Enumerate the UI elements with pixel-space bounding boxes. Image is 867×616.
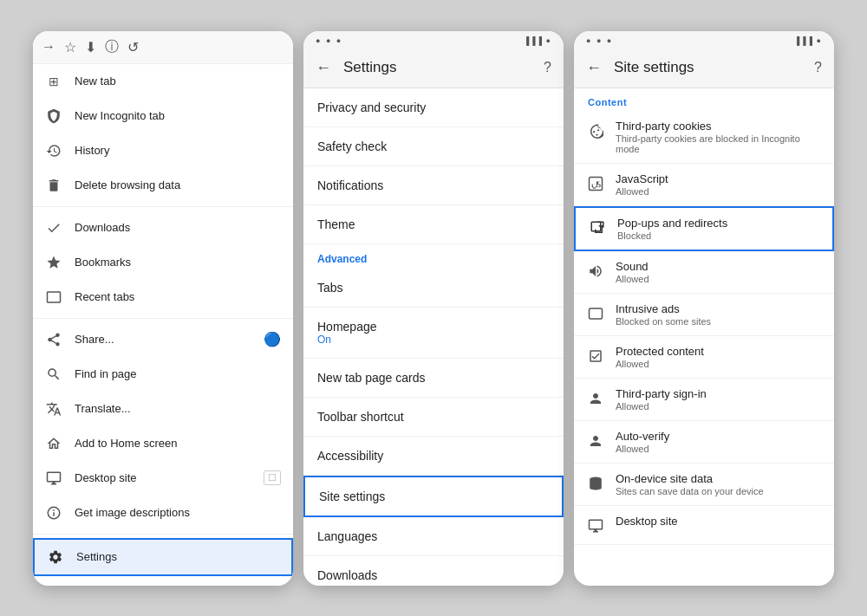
menu-item-history[interactable]: History	[33, 133, 293, 168]
menu-item-bookmarks[interactable]: Bookmarks	[33, 245, 293, 280]
settings-label: Settings	[76, 550, 279, 563]
menu-forward-icon[interactable]: →	[42, 39, 55, 55]
content-label: Content	[574, 88, 834, 111]
menu-item-google[interactable]: google.com + Follow	[33, 576, 293, 580]
autoverify-icon	[586, 431, 605, 451]
protected-title: Protected content	[616, 345, 822, 358]
settings-toolbar[interactable]: Toolbar shortcut	[303, 398, 564, 437]
site-item-cookies[interactable]: Third-party cookies Third-party cookies …	[574, 111, 834, 164]
signin-title: Third-party sign-in	[616, 387, 822, 400]
settings-accessibility[interactable]: Accessibility	[303, 437, 564, 476]
menu-top-bar: → ☆ ⬇ ⓘ ↺	[33, 31, 293, 64]
settings-languages[interactable]: Languages	[303, 517, 564, 556]
status-right-3: ▐▐▐ ●	[794, 36, 822, 45]
desktop-checkbox[interactable]: ☐	[264, 470, 281, 485]
site-item-desktop[interactable]: Desktop site	[574, 506, 834, 545]
downloads-text: Downloads	[317, 568, 550, 582]
svg-rect-6	[590, 308, 603, 319]
find-icon	[45, 366, 62, 383]
sound-title: Sound	[616, 260, 822, 273]
delete-icon	[45, 177, 62, 194]
protected-icon	[586, 347, 605, 366]
settings-homepage[interactable]: Homepage On	[303, 308, 564, 359]
settings-privacy[interactable]: Privacy and security	[303, 88, 564, 127]
js-subtitle: Allowed	[616, 186, 822, 197]
ads-content: Intrusive ads Blocked on some sites	[616, 302, 822, 327]
menu-star-icon[interactable]: ☆	[64, 39, 76, 55]
site-item-js[interactable]: JavaScript Allowed	[574, 164, 834, 206]
menu-item-translate[interactable]: Translate...	[33, 392, 293, 426]
phone-3: ● ● ● ▐▐▐ ● ← Site settings ? Content Th…	[574, 31, 834, 586]
menu-item-image-desc[interactable]: Get image descriptions	[33, 496, 293, 530]
menu-item-share[interactable]: Share... 🔵	[33, 322, 293, 357]
popups-subtitle: Blocked	[617, 230, 820, 241]
autoverify-title: Auto-verify	[616, 430, 822, 443]
protected-content: Protected content Allowed	[616, 345, 822, 369]
settings-downloads[interactable]: Downloads	[303, 556, 564, 586]
cookies-content: Third-party cookies Third-party cookies …	[616, 120, 822, 154]
delete-label: Delete browsing data	[75, 178, 281, 191]
desktop-site-title: Desktop site	[616, 515, 822, 528]
help-icon-3[interactable]: ?	[814, 60, 822, 75]
settings-list: Privacy and security Safety check Notifi…	[303, 88, 564, 586]
recent-tabs-icon	[45, 289, 62, 306]
share-icon	[45, 331, 62, 348]
add-home-label: Add to Home screen	[75, 437, 281, 450]
menu-item-find[interactable]: Find in page	[33, 357, 293, 392]
menu-refresh-icon[interactable]: ↺	[127, 39, 139, 55]
bookmarks-label: Bookmarks	[75, 256, 281, 269]
sound-content: Sound Allowed	[616, 260, 822, 284]
menu-item-desktop[interactable]: Desktop site ☐	[33, 461, 293, 496]
menu-items-list: ⊞ New tab New Incognito tab History	[33, 64, 293, 580]
site-item-data[interactable]: On-device site data Sites can save data …	[574, 464, 834, 506]
menu-item-add-home[interactable]: Add to Home screen	[33, 426, 293, 461]
help-icon-2[interactable]: ?	[544, 60, 551, 75]
svg-point-2	[596, 133, 597, 135]
phone-1: ● ● ● ▐▐▐ ● 🏠 google.co → ☆ ⬇ ⓘ ↺ ⚗ ALL …	[33, 31, 293, 586]
menu-download-icon[interactable]: ⬇	[85, 39, 96, 55]
desktop-site-icon	[45, 470, 62, 487]
status-bar-2: ● ● ● ▐▐▐ ●	[303, 31, 564, 49]
data-content: On-device site data Sites can save data …	[616, 472, 822, 496]
theme-text: Theme	[317, 217, 550, 231]
settings-notifications[interactable]: Notifications	[303, 166, 564, 205]
divider-3	[33, 534, 293, 535]
bookmarks-icon	[45, 254, 62, 271]
site-item-ads[interactable]: Intrusive ads Blocked on some sites	[574, 294, 834, 336]
image-desc-label: Get image descriptions	[75, 506, 281, 519]
add-home-icon	[45, 435, 62, 452]
menu-info-icon[interactable]: ⓘ	[105, 38, 119, 56]
menu-item-settings[interactable]: Settings	[33, 538, 293, 576]
menu-item-recent-tabs[interactable]: Recent tabs	[33, 280, 293, 314]
settings-tabs[interactable]: Tabs	[303, 269, 564, 308]
incognito-icon	[45, 107, 62, 125]
settings-site-settings[interactable]: Site settings	[303, 476, 564, 517]
image-desc-icon	[45, 504, 62, 522]
desktop-label: Desktop site	[75, 471, 251, 484]
safety-text: Safety check	[317, 139, 550, 153]
site-item-sound[interactable]: Sound Allowed	[574, 251, 834, 294]
recent-tabs-label: Recent tabs	[75, 290, 281, 303]
homepage-sub: On	[317, 334, 550, 346]
find-label: Find in page	[75, 367, 281, 380]
site-item-protected[interactable]: Protected content Allowed	[574, 336, 834, 379]
back-arrow-2[interactable]: ←	[316, 59, 331, 77]
settings-new-tab-cards[interactable]: New tab page cards	[303, 359, 564, 398]
site-item-autoverify[interactable]: Auto-verify Allowed	[574, 421, 834, 464]
back-arrow-3[interactable]: ←	[586, 59, 602, 77]
site-settings-list: Content Third-party cookies Third-party …	[574, 88, 834, 586]
settings-safety[interactable]: Safety check	[303, 127, 564, 166]
menu-item-downloads[interactable]: Downloads	[33, 211, 293, 245]
popups-content: Pop-ups and redirects Blocked	[617, 217, 820, 241]
site-settings-header: ← Site settings ?	[574, 49, 834, 88]
menu-item-new-tab[interactable]: ⊞ New tab	[33, 64, 293, 99]
js-icon	[586, 174, 605, 193]
incognito-label: New Incognito tab	[75, 109, 281, 122]
site-item-signin[interactable]: Third-party sign-in Allowed	[574, 379, 834, 421]
site-item-popups[interactable]: Pop-ups and redirects Blocked	[574, 206, 834, 251]
divider-2	[33, 318, 293, 319]
menu-item-delete[interactable]: Delete browsing data	[33, 168, 293, 203]
menu-item-incognito[interactable]: New Incognito tab	[33, 99, 293, 133]
downloads-icon	[45, 219, 62, 237]
settings-theme[interactable]: Theme	[303, 205, 564, 244]
